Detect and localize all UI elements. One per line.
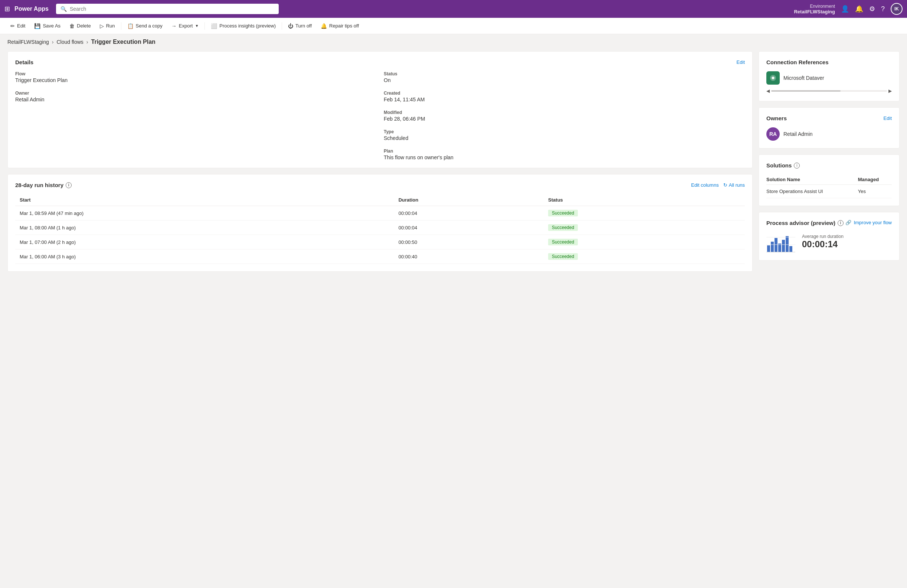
save-as-button[interactable]: 💾 Save As bbox=[30, 20, 65, 32]
status-value: On bbox=[384, 77, 391, 83]
breadcrumb-sep-2: › bbox=[87, 39, 88, 45]
owner-avatar: RA bbox=[766, 127, 780, 141]
environment-info: Environment RetailFLWStaging bbox=[794, 4, 835, 14]
person-icon[interactable]: 👤 bbox=[841, 5, 849, 13]
nav-right: Environment RetailFLWStaging 👤 🔔 ⚙ ? IK bbox=[794, 3, 902, 15]
run-status: Succeeded bbox=[544, 250, 745, 264]
status-detail: Status On bbox=[384, 71, 745, 83]
breadcrumb: RetailFLWStaging › Cloud flows › Trigger… bbox=[0, 34, 907, 48]
solutions-table-header: Solution Name Managed bbox=[766, 175, 892, 185]
search-input[interactable] bbox=[70, 6, 274, 12]
run-history-actions: Edit columns ↻ All runs bbox=[691, 182, 745, 188]
run-start: Mar 1, 08:00 AM (1 h ago) bbox=[15, 221, 394, 235]
pa-info-icon[interactable]: i bbox=[838, 220, 843, 226]
run-duration: 00:00:40 bbox=[394, 250, 544, 264]
breadcrumb-current: Trigger Execution Plan bbox=[91, 38, 155, 45]
flow-label: Flow bbox=[15, 71, 376, 77]
table-row[interactable]: Mar 1, 08:59 AM (47 min ago) 00:00:04 Su… bbox=[15, 206, 745, 221]
pa-avg-label: Average run duration bbox=[802, 234, 843, 239]
solutions-card: Solutions i Solution Name Managed Store … bbox=[758, 154, 900, 206]
run-start: Mar 1, 06:00 AM (3 h ago) bbox=[15, 250, 394, 264]
conn-scroll[interactable]: ◀ ▶ bbox=[766, 88, 892, 93]
run-history-header: 28-day run history i Edit columns ↻ All … bbox=[15, 182, 745, 188]
run-status: Succeeded bbox=[544, 206, 745, 221]
svg-rect-2 bbox=[767, 245, 770, 252]
table-row[interactable]: Mar 1, 08:00 AM (1 h ago) 00:00:04 Succe… bbox=[15, 221, 745, 235]
export-button[interactable]: → Export ▼ bbox=[167, 20, 203, 32]
sol-col-name: Solution Name bbox=[766, 175, 858, 185]
toolbar-sep-1 bbox=[121, 22, 121, 30]
breadcrumb-env[interactable]: RetailFLWStaging bbox=[7, 39, 49, 45]
col-duration: Duration bbox=[394, 194, 544, 206]
col-start: Start bbox=[15, 194, 394, 206]
empty-detail-2 bbox=[15, 129, 376, 141]
improve-flow-button[interactable]: 🔗 Improve your flow bbox=[845, 220, 892, 225]
delete-icon: 🗑 bbox=[69, 23, 75, 29]
solutions-title: Solutions bbox=[766, 162, 792, 168]
run-button[interactable]: ▷ Run bbox=[95, 20, 120, 32]
run-start: Mar 1, 08:59 AM (47 min ago) bbox=[15, 206, 394, 221]
send-copy-button[interactable]: 📋 Send a copy bbox=[123, 20, 167, 32]
run-duration: 00:00:50 bbox=[394, 235, 544, 250]
owners-edit-link[interactable]: Edit bbox=[884, 115, 892, 121]
breadcrumb-sep-1: › bbox=[52, 39, 54, 45]
main-content: Details Edit Flow Trigger Execution Plan… bbox=[0, 48, 907, 279]
connection-references-card: Connection References Microsoft Dataver … bbox=[758, 51, 900, 101]
process-insights-button[interactable]: ⬜ Process insights (preview) bbox=[206, 20, 280, 32]
empty-detail-3 bbox=[15, 149, 376, 160]
edit-columns-link[interactable]: Edit columns bbox=[691, 182, 718, 188]
sol-col-managed: Managed bbox=[858, 175, 892, 185]
settings-icon[interactable]: ⚙ bbox=[869, 5, 875, 13]
table-row[interactable]: Mar 1, 06:00 AM (3 h ago) 00:00:40 Succe… bbox=[15, 250, 745, 264]
details-header: Details Edit bbox=[15, 59, 745, 65]
run-history-title: 28-day run history i bbox=[15, 182, 72, 188]
scroll-track bbox=[771, 90, 887, 92]
search-box[interactable]: 🔍 bbox=[56, 4, 279, 14]
toolbar: ✏ Edit 💾 Save As 🗑 Delete ▷ Run 📋 Send a… bbox=[0, 18, 907, 34]
type-value: Scheduled bbox=[384, 135, 408, 141]
table-row[interactable]: Mar 1, 07:00 AM (2 h ago) 00:00:50 Succe… bbox=[15, 235, 745, 250]
toolbar-sep-2 bbox=[205, 22, 205, 30]
details-edit-link[interactable]: Edit bbox=[737, 59, 745, 65]
all-runs-link[interactable]: ↻ All runs bbox=[723, 182, 745, 188]
flow-value: Trigger Execution Plan bbox=[15, 77, 67, 83]
delete-button[interactable]: 🗑 Delete bbox=[65, 20, 95, 32]
environment-name: RetailFLWStaging bbox=[794, 9, 835, 14]
status-label: Status bbox=[384, 71, 745, 77]
solutions-header: Solutions i bbox=[766, 162, 892, 168]
turn-off-icon: ⏻ bbox=[288, 23, 293, 29]
run-history-body: Mar 1, 08:59 AM (47 min ago) 00:00:04 Su… bbox=[15, 206, 745, 264]
empty-detail bbox=[15, 110, 376, 122]
grid-icon[interactable]: ⊞ bbox=[5, 5, 10, 13]
help-icon[interactable]: ? bbox=[881, 5, 885, 13]
export-chevron-icon: ▼ bbox=[195, 24, 199, 28]
details-card: Details Edit Flow Trigger Execution Plan… bbox=[7, 51, 753, 168]
breadcrumb-cloud-flows[interactable]: Cloud flows bbox=[56, 39, 83, 45]
solutions-table: Solution Name Managed Store Operations A… bbox=[766, 175, 892, 198]
turn-off-button[interactable]: ⏻ Turn off bbox=[284, 20, 316, 32]
repair-tips-button[interactable]: 🔔 Repair tips off bbox=[316, 20, 363, 32]
app-name: Power Apps bbox=[14, 6, 49, 12]
svg-point-1 bbox=[772, 77, 774, 79]
svg-rect-7 bbox=[786, 236, 788, 252]
conn-ref-item: Microsoft Dataver bbox=[766, 71, 892, 85]
pa-title: Process advisor (preview) i bbox=[766, 220, 843, 226]
type-detail: Type Scheduled bbox=[384, 129, 745, 141]
run-duration: 00:00:04 bbox=[394, 206, 544, 221]
save-as-icon: 💾 bbox=[34, 23, 40, 29]
avatar[interactable]: IK bbox=[891, 3, 902, 15]
scroll-right-icon[interactable]: ▶ bbox=[888, 88, 892, 93]
edit-button[interactable]: ✏ Edit bbox=[6, 20, 30, 32]
solutions-info-icon[interactable]: i bbox=[794, 163, 800, 168]
conn-name: Microsoft Dataver bbox=[784, 75, 824, 81]
owner-item: RA Retail Admin bbox=[766, 127, 892, 141]
run-history-info-icon[interactable]: i bbox=[66, 182, 72, 188]
bell-icon[interactable]: 🔔 bbox=[855, 5, 863, 13]
created-detail: Created Feb 14, 11:45 AM bbox=[384, 91, 745, 103]
send-copy-icon: 📋 bbox=[127, 23, 134, 29]
conn-ref-title: Connection References bbox=[766, 59, 829, 65]
plan-label: Plan bbox=[384, 149, 745, 154]
modified-value: Feb 28, 06:46 PM bbox=[384, 116, 425, 122]
type-label: Type bbox=[384, 129, 745, 135]
scroll-left-icon[interactable]: ◀ bbox=[766, 88, 770, 93]
